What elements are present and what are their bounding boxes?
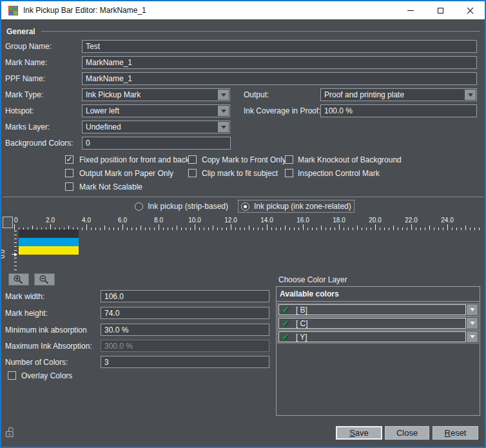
output-select[interactable]: Proof and printing plate — [320, 88, 477, 101]
horizontal-ruler: 02.04.06.08.010.012.014.016.018.020.022.… — [14, 217, 483, 230]
close-button-label: Close — [385, 427, 429, 439]
checkbox-inspection[interactable] — [285, 169, 293, 177]
pickup-mode-radio-group: Ink pickup (strip-based) Ink pickup (ink… — [1, 199, 485, 214]
ink-coverage-input[interactable]: 100.0 % — [320, 104, 477, 117]
minimize-button[interactable] — [396, 1, 425, 19]
preview-bars — [19, 229, 79, 255]
ruler-origin-arrow-icon — [14, 253, 17, 257]
checkbox-copy-front[interactable] — [188, 155, 197, 164]
color-layer-row-c[interactable]: ✔ [ C] — [277, 317, 479, 330]
maximize-button[interactable] — [425, 1, 455, 19]
mark-height-input[interactable]: 74.0 — [101, 307, 269, 319]
checkbox-overlay-colors[interactable] — [8, 371, 16, 380]
panel-header-line — [277, 301, 480, 302]
number-of-colors-input[interactable]: 3 — [101, 356, 269, 368]
ppf-name-input[interactable]: MarkName_1 — [82, 72, 477, 85]
radio-ink-pickup-zone[interactable]: Ink pickup (ink zone-related) — [238, 200, 355, 213]
ink-coverage-label: Ink Coverage in Proof: — [244, 104, 320, 117]
app-icon — [8, 6, 18, 15]
radio-icon — [135, 202, 143, 211]
background-colors-input[interactable]: 0 — [82, 137, 231, 150]
reset-button[interactable]: Reset — [433, 426, 478, 440]
zoom-out-icon — [39, 275, 50, 284]
radio-strip-label: Ink pickup (strip-based) — [148, 202, 228, 211]
mark-type-select[interactable]: Ink Pickup Mark — [82, 88, 230, 101]
hotspot-select[interactable]: Lower left — [82, 104, 230, 117]
check-icon: ✔ — [282, 333, 289, 341]
titlebar[interactable]: Ink Pickup Bar Editor: MarkName_1 — [1, 1, 485, 19]
chevron-down-icon[interactable] — [467, 304, 478, 315]
color-combo-b[interactable]: ✔ [ B] — [278, 304, 466, 315]
mark-type-value: Ink Pickup Mark — [86, 90, 141, 99]
color-layer-row-b[interactable]: ✔ [ B] — [277, 303, 479, 317]
hotspot-label: Hotspot: — [5, 104, 34, 117]
color-bar-black — [19, 229, 79, 238]
number-of-colors-label: Number of Colors: — [5, 356, 68, 369]
output-value: Proof and printing plate — [324, 90, 404, 99]
checkbox-paper-only[interactable] — [65, 169, 73, 177]
vertical-ruler-ticks — [10, 231, 17, 275]
group-name-input[interactable]: Test — [82, 40, 477, 53]
ppf-name-label: PPF Name: — [5, 72, 45, 85]
close-button-footer[interactable]: Close — [385, 426, 429, 440]
chevron-down-icon[interactable] — [218, 90, 229, 100]
checkbox-not-scalable[interactable] — [65, 182, 73, 191]
mark-height-label: Mark height: — [5, 307, 48, 320]
chevron-down-icon[interactable] — [218, 106, 229, 116]
close-button[interactable] — [455, 1, 485, 19]
min-ink-absorption-label: Minimum ink absorption — [5, 324, 87, 336]
color-combo-label: [ B] — [296, 306, 307, 315]
min-ink-absorption-input[interactable]: 30.0 % — [101, 324, 269, 336]
color-combo-y[interactable]: ✔ [ Y] — [278, 331, 466, 342]
chevron-down-icon[interactable] — [465, 90, 476, 100]
radio-icon — [241, 202, 249, 211]
available-colors-header: Available colors — [280, 289, 339, 298]
checkbox-knockout[interactable] — [285, 155, 293, 164]
color-bar-cyan — [19, 238, 79, 246]
hotspot-value: Lower left — [86, 106, 119, 115]
color-combo-label: [ Y] — [296, 333, 307, 342]
color-bar-yellow — [19, 246, 79, 255]
window-controls — [396, 1, 485, 19]
maximize-icon — [438, 8, 443, 14]
general-section-title: General — [6, 25, 35, 38]
checkbox-fixed-position-label: Fixed position for front and back — [79, 155, 190, 164]
checkbox-clip-label: Clip mark to fit subject — [202, 169, 278, 178]
ink-pickup-bar-editor-dialog: Ink Pickup Bar Editor: MarkName_1 Genera… — [0, 0, 486, 448]
chevron-down-icon[interactable] — [218, 122, 229, 132]
zoom-in-button[interactable] — [8, 273, 29, 286]
checkbox-paper-only-label: Output Mark on Paper Only — [79, 169, 173, 178]
zoom-out-button[interactable] — [34, 273, 55, 286]
checkbox-overlay-colors-label: Overlay Colors — [21, 371, 72, 380]
background-colors-label: Background Colors: — [5, 137, 73, 150]
mark-width-label: Mark width: — [5, 290, 44, 303]
unlock-icon[interactable] — [5, 425, 15, 438]
check-icon: ✔ — [282, 319, 289, 327]
marks-layer-select[interactable]: Undefined — [82, 121, 230, 133]
output-label: Output: — [244, 88, 269, 101]
check-icon: ✔ — [282, 306, 289, 314]
color-layer-row-y[interactable]: ✔ [ Y] — [277, 330, 479, 344]
checkbox-fixed-position[interactable] — [65, 155, 73, 164]
ruler-corner-box — [3, 217, 13, 228]
chevron-down-icon[interactable] — [467, 318, 478, 329]
radio-zone-label: Ink pickup (ink zone-related) — [254, 202, 351, 211]
marks-layer-label: Marks Layer: — [5, 121, 50, 133]
chevron-down-icon[interactable] — [467, 331, 478, 342]
max-ink-absorption-input: 300.0 % — [101, 340, 269, 352]
mark-width-input[interactable]: 106.0 — [101, 290, 269, 302]
mark-name-input[interactable]: MarkName_1 — [82, 56, 477, 69]
checkbox-clip[interactable] — [188, 169, 197, 177]
zoom-in-icon — [13, 275, 24, 284]
checkbox-copy-front-label: Copy Mark to Front Only — [202, 155, 286, 164]
choose-color-layer-title: Choose Color Layer — [278, 273, 347, 286]
mark-type-label: Mark Type: — [5, 88, 43, 101]
close-icon — [467, 7, 474, 14]
color-combo-c[interactable]: ✔ [ C] — [278, 318, 466, 329]
available-colors-panel: Available colors ✔ [ B] ✔ [ C] ✔ [ Y] — [276, 286, 480, 416]
mark-name-label: Mark Name: — [5, 56, 47, 69]
save-button[interactable]: Save — [336, 426, 382, 440]
radio-ink-pickup-strip[interactable]: Ink pickup (strip-based) — [131, 200, 231, 213]
marks-layer-value: Undefined — [86, 122, 121, 131]
section-divider — [3, 197, 483, 197]
